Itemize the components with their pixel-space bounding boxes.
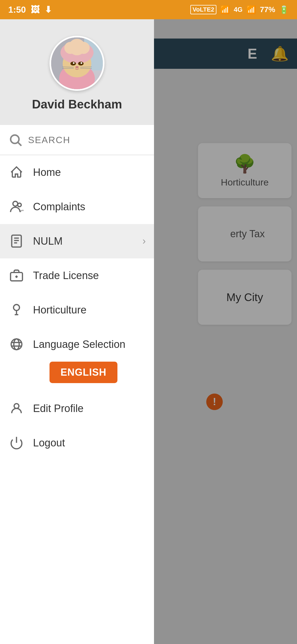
time-display: 1:50 [8,5,26,15]
person-icon [8,400,25,417]
horticulture-menu-icon [8,302,25,318]
complaints-label: Complaints [33,201,146,213]
nulm-icon [8,233,25,249]
edit-profile-label: Edit Profile [33,403,146,414]
horticulture-label: Horticulture [33,304,146,316]
complaints-icon [8,198,25,215]
menu-item-edit-profile[interactable]: Edit Profile [0,391,154,426]
svg-point-33 [11,339,22,350]
battery-percent: 77% [260,5,275,14]
svg-line-20 [18,143,21,146]
language-button-container: ENGLISH [0,362,154,391]
profile-name: David Beckham [32,97,122,111]
battery-icon: 🔋 [279,5,289,14]
menu-list: Home Complaints [0,155,154,644]
menu-item-nulm[interactable]: NULM › [0,224,154,258]
svg-point-14 [75,66,79,68]
mobile-data-icon: 4G [234,6,243,13]
status-bar: 1:50 🖼 ⬇ VoLTE2 📶 4G 📶 77% 🔋 [0,0,297,19]
svg-point-34 [14,339,19,350]
svg-line-15 [62,67,74,67]
english-language-button[interactable]: ENGLISH [50,362,117,383]
avatar-container[interactable] [50,36,105,91]
volte-badge: VoLTE2 [190,5,216,14]
svg-point-13 [81,62,82,64]
search-input[interactable] [28,135,146,145]
avatar [51,37,103,89]
status-bar-right: VoLTE2 📶 4G 📶 77% 🔋 [190,5,289,14]
svg-line-18 [80,68,92,69]
svg-point-8 [64,42,76,54]
menu-item-horticulture[interactable]: Horticulture [0,293,154,327]
signal-icon: 📶 [220,5,230,14]
power-icon [8,435,25,451]
svg-line-17 [80,67,92,67]
svg-point-30 [13,305,20,311]
trade-license-label: Trade License [33,270,146,282]
navigation-drawer: David Beckham Home [0,19,154,644]
menu-item-complaints[interactable]: Complaints [0,190,154,224]
menu-item-home[interactable]: Home [0,155,154,190]
nulm-label: NULM [33,235,134,247]
language-selection-label: Language Selection [33,339,146,350]
svg-point-19 [11,135,19,143]
download-icon: ⬇ [45,4,52,15]
svg-point-12 [73,62,75,64]
svg-point-21 [13,201,18,206]
menu-item-language[interactable]: Language Selection [0,327,154,362]
trade-icon [8,267,25,284]
home-icon [8,164,25,181]
status-bar-left: 1:50 🖼 ⬇ [8,4,52,15]
nulm-chevron-icon: › [142,235,146,247]
svg-point-22 [18,203,21,207]
home-label: Home [33,167,146,178]
menu-item-logout[interactable]: Logout [0,426,154,460]
svg-line-16 [62,68,74,69]
signal-bars-icon: 📶 [246,5,256,14]
svg-point-9 [78,42,90,54]
logout-label: Logout [33,437,146,449]
profile-header: David Beckham [0,19,154,125]
svg-point-37 [14,404,19,408]
globe-icon [8,336,25,353]
avatar-image [51,37,103,89]
gallery-icon: 🖼 [31,5,40,15]
search-bar[interactable] [0,125,154,155]
menu-item-trade-license[interactable]: Trade License [0,258,154,293]
search-icon [8,133,23,147]
